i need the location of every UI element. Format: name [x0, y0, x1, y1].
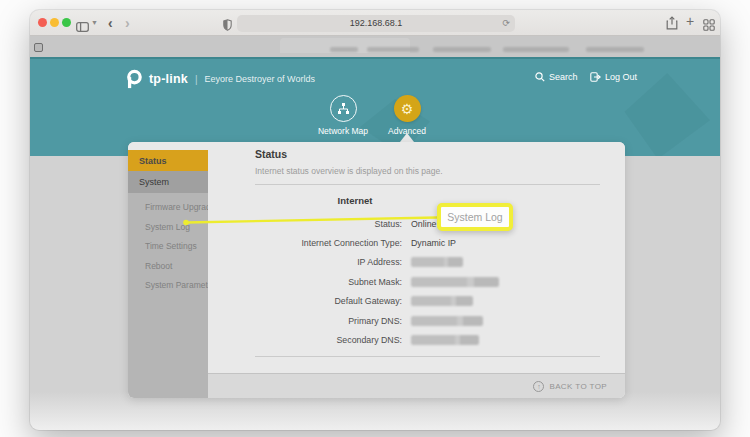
back-button[interactable]: ‹: [108, 10, 113, 36]
row-label: IP Address:: [208, 257, 402, 267]
divider: [255, 356, 600, 357]
sidebar-item-reboot[interactable]: Reboot: [128, 257, 208, 277]
address-bar[interactable]: 192.168.68.1 ⟳: [237, 15, 515, 32]
brand-name: tp-link: [149, 72, 188, 86]
blurred-bookmark: [433, 47, 491, 52]
sidebar-submenu: Firmware Upgrade System Log Time Setting…: [128, 193, 208, 398]
row-label: Subnet Mask:: [208, 277, 402, 287]
row-label: Status:: [208, 219, 402, 229]
search-button[interactable]: Search: [535, 72, 578, 82]
minimize-window-button[interactable]: [50, 18, 59, 27]
row-label: Default Gateway:: [208, 296, 402, 306]
table-row: Subnet Mask:: [208, 272, 625, 291]
search-icon: [535, 72, 545, 82]
safari-window: ▼ ‹ › 192.168.68.1 ⟳ +: [30, 10, 720, 430]
brand-logo[interactable]: tp-link | Eeyore Destroyer of Worlds: [123, 69, 315, 89]
back-to-top-button[interactable]: ↑ BACK TO TOP: [208, 373, 625, 398]
blurred-bookmark: [330, 47, 358, 52]
divider: [255, 184, 600, 185]
internet-status-table: Status: Online Internet Connection Type:…: [208, 214, 625, 350]
settings-panel: Status System Firmware Upgrade System Lo…: [128, 142, 625, 398]
redacted-value: [411, 257, 463, 267]
table-row: Primary DNS:: [208, 311, 625, 330]
content-area: Status Internet status overview is displ…: [208, 142, 625, 398]
redacted-value: [411, 277, 499, 287]
network-map-icon: [337, 102, 350, 115]
brand-separator: |: [195, 74, 198, 85]
sidebar-item-time-settings[interactable]: Time Settings: [128, 237, 208, 257]
row-value: Online: [411, 219, 436, 229]
row-label: Internet Connection Type:: [208, 238, 402, 248]
browser-toolbar: ▼ ‹ › 192.168.68.1 ⟳ +: [30, 10, 720, 36]
zoom-window-button[interactable]: [62, 18, 71, 27]
row-label: Primary DNS:: [208, 316, 402, 326]
table-row: Default Gateway:: [208, 292, 625, 311]
page-subtitle: Internet status overview is displayed on…: [255, 166, 443, 176]
tab-advanced[interactable]: ⚙ Advanced: [377, 95, 437, 136]
logout-button[interactable]: Log Out: [590, 72, 637, 82]
router-name: Eeyore Destroyer of Worlds: [205, 74, 315, 84]
annotation-callout: System Log: [437, 203, 513, 231]
sidebar: Status System Firmware Upgrade System Lo…: [128, 142, 208, 398]
close-window-button[interactable]: [38, 18, 47, 27]
active-tab-pointer: [400, 133, 414, 142]
table-row: Status: Online: [208, 214, 625, 233]
sidebar-item-system-parameters[interactable]: System Parameters: [128, 276, 208, 296]
sidebar-toggle-icon[interactable]: [76, 18, 89, 36]
blurred-bookmark: [586, 47, 644, 52]
tab-network-map[interactable]: Network Map: [313, 95, 373, 136]
arrow-up-icon: ↑: [533, 381, 544, 392]
header-pattern: [615, 73, 710, 159]
back-to-top-label: BACK TO TOP: [549, 382, 607, 391]
url-text: 192.168.68.1: [350, 18, 403, 28]
table-row: Secondary DNS:: [208, 330, 625, 349]
tab-overview-icon[interactable]: [703, 17, 715, 35]
search-label: Search: [549, 72, 578, 82]
new-tab-button[interactable]: +: [686, 13, 694, 29]
tab-network-map-label: Network Map: [313, 126, 373, 136]
row-label: Secondary DNS:: [208, 335, 402, 345]
sidebar-item-system-log[interactable]: System Log: [128, 218, 208, 238]
gear-icon: ⚙: [401, 102, 414, 116]
logout-label: Log Out: [605, 72, 637, 82]
sidebar-item-status[interactable]: Status: [128, 150, 208, 171]
sidebar-item-firmware-upgrade[interactable]: Firmware Upgrade: [128, 198, 208, 218]
redacted-value: [411, 316, 483, 326]
tp-link-logo-icon: [123, 69, 144, 90]
logout-icon: [590, 72, 601, 82]
page-title: Status: [255, 148, 287, 160]
table-row: Internet Connection Type: Dynamic IP: [208, 233, 625, 252]
chevron-down-icon[interactable]: ▼: [91, 19, 98, 26]
row-value: Dynamic IP: [411, 238, 456, 248]
reload-icon[interactable]: ⟳: [502, 15, 510, 32]
redacted-value: [411, 296, 473, 306]
embedded-browser-strip: [30, 36, 720, 57]
privacy-shield-icon[interactable]: [223, 17, 232, 35]
redacted-value: [411, 335, 479, 345]
forward-button[interactable]: ›: [125, 10, 130, 36]
blurred-bookmark: [503, 47, 569, 52]
share-icon[interactable]: [666, 16, 678, 34]
table-row: IP Address:: [208, 253, 625, 272]
blurred-bookmark: [367, 47, 419, 52]
window-mini-icon: [34, 43, 43, 52]
sidebar-item-system[interactable]: System: [128, 171, 208, 193]
section-title: Internet: [307, 195, 403, 206]
